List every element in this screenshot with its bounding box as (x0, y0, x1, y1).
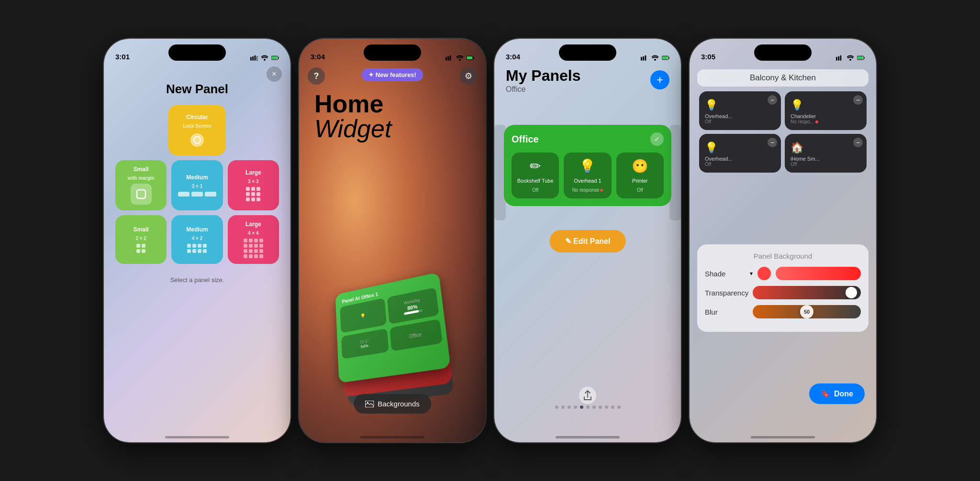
check-mark: ✓ (654, 135, 660, 143)
new-features-badge[interactable]: ✦ New features! (362, 68, 423, 81)
backgrounds-button[interactable]: Backgrounds (354, 394, 431, 414)
dynamic-island-4 (754, 44, 812, 61)
bk-device-overhead1[interactable]: − 💡 Overhead... Off (699, 91, 781, 130)
done-bookmark-icon: 🔖 (821, 389, 830, 398)
svg-point-22 (654, 59, 656, 61)
panel-row-1: Small with margin Medium 3 × 1 (104, 160, 290, 210)
svg-rect-3 (256, 56, 258, 60)
panel-option-circular[interactable]: Circular Lock Screen (168, 105, 226, 155)
office-panel-title-row: Office ✓ (512, 132, 664, 146)
my-panels-title-group: My Panels Office (506, 67, 581, 94)
small-margin-icon (131, 184, 152, 205)
overhead-icon: 💡 (579, 158, 596, 174)
edit-panel-button[interactable]: ✎ Edit Panel (550, 230, 626, 252)
device-overhead[interactable]: 💡 Overhead 1 No response (564, 153, 611, 198)
shade-label: Shade (705, 270, 748, 278)
panel-bg-title: Panel Background (705, 252, 861, 260)
add-panel-button[interactable]: + (650, 70, 669, 89)
panel-option-small-margin[interactable]: Small with margin (115, 160, 167, 210)
overhead1-light-icon: 💡 (705, 99, 775, 111)
bookshelf-name: Bookshelf Tube (517, 178, 554, 184)
remove-device-chandelier[interactable]: − (853, 95, 863, 105)
panel-option-small-2x2[interactable]: Small 2 × 2 (115, 215, 167, 264)
large-3x3-label: Large (245, 169, 261, 176)
svg-rect-20 (643, 56, 644, 61)
chandelier-status: No respo... (791, 119, 861, 124)
circular-icon (190, 133, 204, 147)
phone-3: 3:04 My Panels Office + Office (494, 39, 681, 442)
small-2x2-icon (136, 244, 145, 253)
medium-4x2-sub: 4 × 2 (192, 236, 203, 241)
status-icons-2 (445, 55, 474, 61)
status-icons-3 (641, 55, 669, 61)
large-4x4-icon (244, 239, 263, 258)
gear-icon: ⚙ (465, 71, 472, 81)
page-dot-1 (561, 405, 565, 409)
svg-rect-6 (272, 56, 277, 59)
small-2x2-sub: 2 × 2 (135, 236, 146, 241)
bookshelf-icon: ✏ (530, 158, 541, 174)
remove-device-ihome[interactable]: − (853, 138, 863, 147)
page-dot-8 (605, 405, 608, 409)
device-bookshelf[interactable]: ✏ Bookshelf Tube Off (512, 153, 559, 198)
large-4x4-label: Large (245, 221, 261, 228)
office-panel-label: Office (512, 134, 539, 145)
panel-option-medium-4x2[interactable]: Medium 4 × 2 (171, 215, 223, 264)
panel-background-section: Panel Background Shade ▾ Transparency (697, 244, 869, 332)
svg-rect-2 (254, 55, 256, 61)
svg-rect-15 (467, 56, 472, 59)
help-button[interactable]: ? (308, 67, 325, 85)
office-subtitle: Office (506, 85, 581, 94)
dynamic-island-2 (364, 44, 421, 61)
balcony-kitchen-section: Balcony & Kitchen − 💡 Overhead... Off − … (697, 69, 869, 173)
shade-chevron-icon[interactable]: ▾ (750, 270, 753, 277)
panel-option-medium-3x1[interactable]: Medium 3 × 1 (171, 160, 223, 210)
shade-color-indicator[interactable] (757, 267, 771, 280)
home-indicator-3 (556, 436, 620, 438)
svg-rect-9 (137, 190, 145, 198)
chandelier-icon: 💡 (791, 99, 861, 111)
bk-device-ihome[interactable]: − 🏠 iHome Sm... Off (785, 134, 867, 173)
panel-option-large-3x3[interactable]: Large 3 × 3 (228, 160, 279, 210)
panel-option-large-4x4[interactable]: Large 4 × 4 (228, 215, 279, 264)
add-icon: + (657, 73, 663, 87)
gear-button[interactable]: ⚙ (460, 67, 477, 85)
device-printer[interactable]: 😶 Printer Off (616, 153, 664, 198)
close-icon: × (272, 70, 276, 78)
close-button[interactable]: × (267, 66, 282, 82)
bk-device-overhead2[interactable]: − 💡 Overhead... Off (699, 134, 781, 173)
remove-device-overhead1[interactable]: − (768, 95, 777, 105)
svg-rect-21 (645, 55, 646, 61)
remove-device-overhead2[interactable]: − (768, 138, 777, 147)
overhead2-icon: 💡 (705, 142, 775, 154)
dynamic-island-3 (559, 44, 616, 61)
large-3x3-sub: 3 × 3 (248, 179, 259, 184)
overhead1-name: Overhead... (705, 113, 775, 119)
new-panel-title: New Panel (166, 82, 228, 97)
circular-sublabel: Lock Screen (183, 123, 211, 129)
error-dot (600, 189, 603, 192)
bk-device-chandelier[interactable]: − 💡 Chandelier No respo... (785, 91, 867, 130)
blur-slider[interactable]: 50 (753, 305, 861, 318)
status-time-1: 3:01 (115, 53, 130, 61)
my-panels-header: My Panels Office + (494, 67, 681, 94)
chandelier-name: Chandelier (791, 113, 861, 119)
svg-point-4 (264, 59, 266, 61)
shade-slider[interactable] (776, 267, 861, 280)
svg-rect-31 (858, 56, 863, 59)
svg-rect-1 (252, 56, 254, 61)
transparency-slider[interactable] (753, 286, 861, 299)
transparency-thumb[interactable] (846, 287, 857, 298)
transparency-label: Transparency (705, 289, 748, 297)
home-indicator-4 (751, 436, 815, 438)
office-panel-card[interactable]: Office ✓ ✏ Bookshelf Tube Off 💡 Overhead… (504, 125, 671, 206)
done-button[interactable]: 🔖 Done (809, 383, 865, 404)
svg-rect-10 (445, 57, 447, 61)
blur-thumb[interactable]: 50 (800, 305, 813, 318)
backgrounds-label: Backgrounds (378, 400, 420, 408)
status-time-3: 3:04 (506, 53, 520, 61)
small-margin-label: Small (134, 166, 149, 173)
ihome-status: Off (791, 162, 861, 167)
share-button[interactable] (579, 387, 596, 404)
widget-stack: Panel Panel At Office 1 💡 Workday 80% (309, 251, 476, 394)
